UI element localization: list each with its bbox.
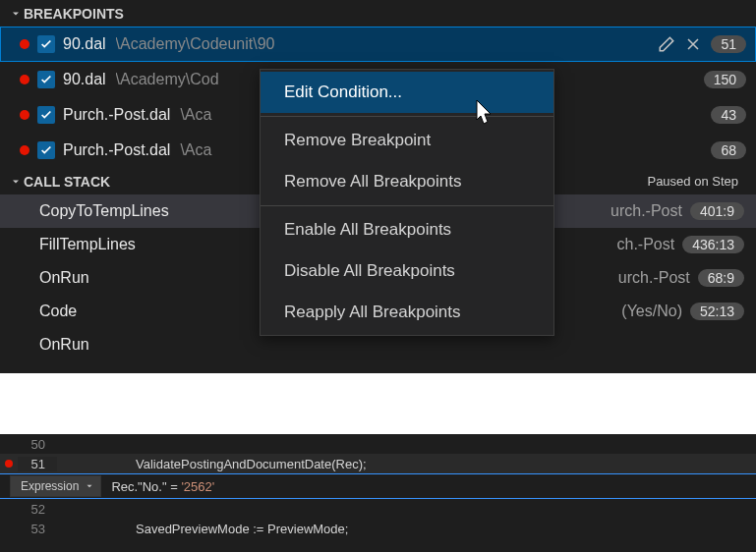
breakpoint-dot-icon: [5, 460, 13, 468]
frame-name: OnRun: [39, 269, 89, 287]
dropdown-label: Expression: [21, 479, 79, 493]
frame-position-badge: 401:9: [690, 202, 744, 220]
breakpoint-path: \Academy\Codeunit\90: [116, 35, 659, 53]
callstack-status: Paused on Step: [647, 174, 748, 189]
edit-breakpoint-icon[interactable]: [658, 35, 675, 53]
line-number: 52: [18, 502, 57, 517]
code-text: ValidatePostingAndDocumentDate(Rec);: [57, 457, 367, 471]
breakpoint-line-badge: 150: [704, 71, 746, 88]
frame-position-badge: 68:9: [698, 269, 744, 287]
line-number: 50: [18, 437, 57, 452]
editor-panel: 5051ValidatePostingAndDocumentDate(Rec);…: [0, 434, 756, 552]
menu-item[interactable]: Disable All Breakpoints: [261, 250, 553, 292]
breakpoint-checkbox[interactable]: [37, 71, 55, 88]
chevron-down-icon: [8, 176, 24, 188]
chevron-down-icon: [85, 481, 94, 491]
breakpoint-filename: 90.dal: [63, 71, 106, 88]
line-number: 51: [18, 457, 57, 471]
menu-item[interactable]: Reapply All Breakpoints: [261, 292, 553, 333]
frame-name: OnRun: [39, 336, 89, 354]
frame-location: urch.-Post: [618, 269, 690, 287]
breakpoint-line-badge: 51: [711, 35, 746, 53]
editor-line[interactable]: 53SavedPreviewMode := PreviewMode;: [0, 519, 756, 538]
breakpoint-dot-icon: [20, 39, 29, 49]
menu-separator: [261, 205, 553, 206]
menu-item[interactable]: Edit Condition...: [261, 72, 553, 113]
breakpoints-header[interactable]: BREAKPOINTS: [0, 0, 756, 27]
breakpoint-filename: Purch.-Post.dal: [63, 106, 170, 124]
menu-separator: [261, 116, 553, 117]
editor-line[interactable]: 51ValidatePostingAndDocumentDate(Rec);: [0, 454, 756, 473]
frame-position-badge: 436:13: [682, 236, 744, 253]
menu-item[interactable]: Enable All Breakpoints: [261, 209, 553, 250]
breakpoint-line-badge: 43: [711, 106, 746, 124]
breakpoints-title: BREAKPOINTS: [24, 6, 124, 22]
callstack-title: CALL STACK: [24, 174, 110, 190]
breakpoint-filename: 90.dal: [63, 35, 106, 53]
frame-location: (Yes/No): [621, 303, 682, 320]
breakpoint-dot-icon: [20, 75, 29, 84]
gutter-breakpoint[interactable]: [0, 460, 18, 468]
code-text: SavedPreviewMode := PreviewMode;: [57, 522, 348, 536]
breakpoint-checkbox[interactable]: [37, 106, 55, 124]
condition-type-dropdown[interactable]: Expression: [10, 475, 101, 497]
remove-breakpoint-icon[interactable]: [685, 36, 701, 52]
frame-name: FillTempLines: [39, 236, 136, 253]
editor-line[interactable]: 50: [0, 434, 756, 454]
breakpoint-condition-row: ExpressionRec."No." = '2562': [0, 473, 756, 499]
breakpoint-row[interactable]: 90.dal\Academy\Codeunit\9051: [0, 27, 756, 62]
condition-expression-input[interactable]: Rec."No." = '2562': [111, 479, 214, 494]
frame-position-badge: 52:13: [690, 303, 744, 320]
breakpoint-checkbox[interactable]: [37, 141, 55, 159]
breakpoint-line-badge: 68: [711, 141, 746, 159]
chevron-down-icon: [8, 8, 24, 20]
menu-item[interactable]: Remove Breakpoint: [261, 120, 553, 161]
frame-location: urch.-Post: [611, 202, 682, 220]
frame-location: ch.-Post: [616, 236, 674, 253]
breakpoint-dot-icon: [20, 145, 29, 155]
line-number: 53: [18, 522, 57, 536]
breakpoint-filename: Purch.-Post.dal: [63, 141, 170, 159]
breakpoint-context-menu: Edit Condition...Remove BreakpointRemove…: [260, 69, 554, 336]
menu-item[interactable]: Remove All Breakpoints: [261, 161, 553, 202]
breakpoint-dot-icon: [20, 110, 29, 120]
breakpoint-checkbox[interactable]: [37, 35, 55, 53]
frame-name: CopyToTempLines: [39, 202, 169, 220]
editor-line[interactable]: 52: [0, 499, 756, 519]
frame-name: Code: [39, 303, 77, 320]
